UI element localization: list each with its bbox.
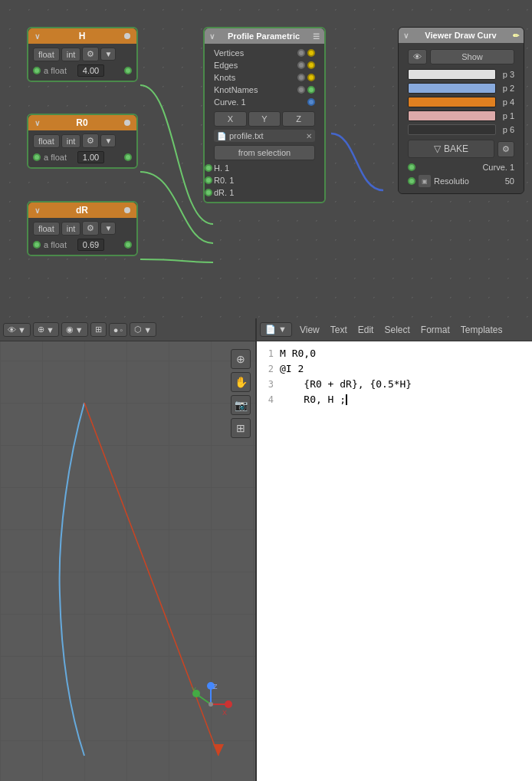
node-profile-collapse-icon[interactable]: ∨ xyxy=(209,32,215,41)
text-editor-file-btn[interactable]: 📄 ▼ xyxy=(260,322,292,337)
node-dr[interactable]: ∨ dR float int ⚙ ▼ a float 0.69 xyxy=(27,201,138,256)
node-r0-gear-btn[interactable]: ⚙ xyxy=(82,133,99,148)
text-editor-text-menu[interactable]: Text xyxy=(327,323,350,337)
node-profile-knots-label: Knots xyxy=(214,73,235,82)
node-profile-edges-socket-gray xyxy=(297,61,305,69)
node-profile-edges-label: Edges xyxy=(214,61,238,70)
viewport-grid-btn[interactable]: ⊞ xyxy=(231,418,251,438)
node-h-collapse-icon[interactable]: ∨ xyxy=(34,32,40,41)
viewport[interactable]: 👁 ▼ ⊕ ▼ ◉ ▼ ⊞ ● ◦ ⬡ ▼ xyxy=(0,318,257,781)
node-dr-chevron-btn[interactable]: ▼ xyxy=(100,222,116,235)
text-editor-templates-menu[interactable]: Templates xyxy=(458,323,506,337)
viewport-mode-chevron-icon: ▼ xyxy=(143,325,152,334)
node-profile-z-btn[interactable]: Z xyxy=(282,111,315,127)
node-viewer-resolution-value[interactable]: 50 xyxy=(505,176,514,186)
node-viewer-swatch-p1[interactable] xyxy=(408,110,496,121)
node-viewer-eye-btn[interactable]: 👁 xyxy=(408,49,427,64)
node-dr-float-btn[interactable]: float xyxy=(33,222,60,236)
node-viewer-bake-btn[interactable]: ▽ BAKE xyxy=(408,140,494,158)
node-h-int-btn[interactable]: int xyxy=(61,48,81,61)
node-viewer-body: 👁 Show p 3 p 2 p 4 p 1 p 6 xyxy=(399,43,524,193)
text-editor-format-menu[interactable]: Format xyxy=(418,323,453,337)
node-r0-header: ∨ R0 xyxy=(28,115,136,130)
svg-point-5 xyxy=(225,700,232,708)
text-content[interactable]: 1 M R0,0 2 @I 2 3 {R0 + dR}, {0.5*H} 4 R… xyxy=(257,341,532,781)
node-dr-title: dR xyxy=(76,205,88,216)
node-profile-param-r0-row: R0. 1 xyxy=(209,174,320,186)
node-profile-x-btn[interactable]: X xyxy=(214,111,247,127)
node-r0-float-btn[interactable]: float xyxy=(33,134,60,148)
node-r0-field-value[interactable]: 1.00 xyxy=(77,151,104,163)
svg-text:Z: Z xyxy=(213,683,218,690)
node-h-body: float int ⚙ ▼ a float 4.00 xyxy=(28,44,136,81)
node-dr-field-value[interactable]: 0.69 xyxy=(77,239,104,251)
node-r0-socket-row: a float 1.00 xyxy=(33,150,132,164)
node-dr-field-label: a float xyxy=(44,240,74,249)
node-r0-collapse-icon[interactable]: ∨ xyxy=(34,119,40,127)
viewport-cursor-btn[interactable]: ⊕ ▼ xyxy=(33,322,59,337)
node-viewer[interactable]: ∨ Viewer Draw Curv ✏ 👁 Show p 3 p 2 p 4 xyxy=(398,27,524,194)
node-profile-vertices-label: Vertices xyxy=(214,48,244,58)
node-profile-menu-icon[interactable]: ☰ xyxy=(313,32,320,41)
node-h-header: ∨ H xyxy=(28,28,136,44)
node-profile[interactable]: ∨ Profile Parametric ☰ Vertices Edges xyxy=(203,27,326,203)
node-profile-from-selection-btn[interactable]: from selection xyxy=(214,145,315,160)
line-code-3: {R0 + dR}, {0.5*H} xyxy=(280,378,412,390)
text-editor-toolbar: 📄 ▼ View Text Edit Select Format Templat… xyxy=(257,318,532,341)
node-dr-collapse-icon[interactable]: ∨ xyxy=(34,206,40,215)
viewport-pan-btn[interactable]: ✋ xyxy=(231,372,251,392)
node-viewer-p3-label: p 3 xyxy=(499,70,514,79)
text-editor-view-menu[interactable]: View xyxy=(297,323,323,337)
node-viewer-swatch-p3[interactable] xyxy=(408,69,496,80)
node-h-output-socket xyxy=(124,67,132,74)
node-dr-gear-btn[interactable]: ⚙ xyxy=(82,221,99,236)
node-r0-chevron-btn[interactable]: ▼ xyxy=(100,134,116,147)
svg-line-7 xyxy=(198,695,211,704)
node-r0-input-socket xyxy=(33,153,41,161)
node-viewer-settings-btn[interactable]: ⚙ xyxy=(498,141,514,157)
text-editor-edit-menu[interactable]: Edit xyxy=(355,323,377,337)
node-viewer-resolution-label: Resolutio xyxy=(434,176,502,186)
node-viewer-color-row-p1: p 1 xyxy=(403,109,519,123)
axis-svg: Z X Y xyxy=(190,681,232,723)
node-profile-file-close[interactable]: ✕ xyxy=(306,132,312,140)
node-viewer-swatch-p4[interactable] xyxy=(408,97,496,107)
text-editor-file-icon: 📄 xyxy=(265,325,276,334)
node-h-chevron-btn[interactable]: ▼ xyxy=(100,48,116,61)
node-dr-int-btn[interactable]: int xyxy=(61,222,81,236)
viewport-overlay-btn[interactable]: ⊞ xyxy=(90,322,107,337)
node-h-socket-row: a float 4.00 xyxy=(33,64,132,77)
svg-point-10 xyxy=(209,702,213,707)
viewport-zoom-btn[interactable]: ⊕ xyxy=(231,349,251,369)
viewport-view-mode-btn[interactable]: 👁 ▼ xyxy=(3,323,31,337)
node-viewer-show-btn[interactable]: Show xyxy=(430,49,514,64)
line-code-2: @I 2 xyxy=(280,363,304,374)
node-h[interactable]: ∨ H float int ⚙ ▼ a float 4.00 xyxy=(27,27,138,82)
node-profile-param-h-socket xyxy=(205,164,212,172)
node-viewer-collapse-icon[interactable]: ∨ xyxy=(403,31,409,40)
node-viewer-header: ∨ Viewer Draw Curv ✏ xyxy=(399,28,524,43)
viewport-dots-btn[interactable]: ⬡ ▼ xyxy=(130,322,156,337)
node-profile-y-btn[interactable]: Y xyxy=(248,111,281,127)
node-profile-knotnames-row: KnotNames xyxy=(209,84,320,96)
viewport-circle-btn[interactable]: ● ◦ xyxy=(109,323,128,337)
text-editor-select-menu[interactable]: Select xyxy=(381,323,412,337)
node-h-field-value[interactable]: 4.00 xyxy=(77,64,104,77)
node-dr-socket-row: a float 0.69 xyxy=(33,238,132,252)
node-profile-knotnames-sockets xyxy=(297,86,315,94)
node-r0[interactable]: ∨ R0 float int ⚙ ▼ a float 1.00 xyxy=(27,114,138,169)
node-h-gear-btn[interactable]: ⚙ xyxy=(82,47,99,61)
node-h-float-btn[interactable]: float xyxy=(33,48,60,61)
node-dr-body: float int ⚙ ▼ a float 0.69 xyxy=(28,218,136,255)
node-r0-int-btn[interactable]: int xyxy=(61,134,81,148)
node-editor[interactable]: ∨ H float int ⚙ ▼ a float 4.00 ∨ R0 xyxy=(0,0,532,318)
viewport-camera-btn[interactable]: 📷 xyxy=(231,395,251,415)
node-profile-curve-sockets xyxy=(307,98,315,106)
node-viewer-swatch-p6[interactable] xyxy=(408,124,496,135)
text-editor[interactable]: 📄 ▼ View Text Edit Select Format Templat… xyxy=(257,318,532,781)
node-profile-knots-socket-yellow xyxy=(307,74,315,81)
node-profile-file-row[interactable]: 📄 profile.txt ✕ xyxy=(214,130,315,142)
node-dr-output-socket xyxy=(124,241,132,249)
node-viewer-swatch-p2[interactable] xyxy=(408,83,496,94)
viewport-shading-btn[interactable]: ◉ ▼ xyxy=(61,322,88,337)
